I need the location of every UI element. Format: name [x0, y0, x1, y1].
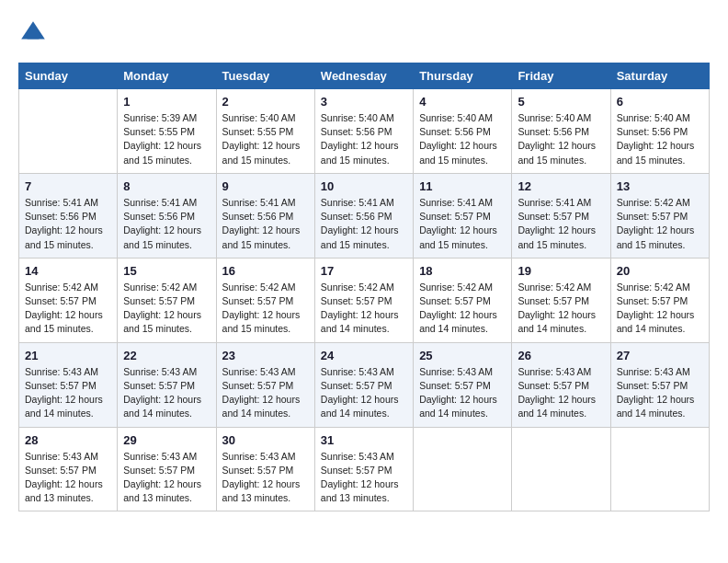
- cell-info: Sunrise: 5:43 AMSunset: 5:57 PMDaylight:…: [222, 365, 309, 421]
- day-number: 3: [321, 95, 407, 109]
- day-number: 12: [518, 179, 604, 193]
- svg-rect-1: [28, 33, 40, 39]
- cell-info: Sunrise: 5:42 AMSunset: 5:57 PMDaylight:…: [617, 281, 703, 337]
- header-day-wednesday: Wednesday: [314, 63, 413, 89]
- week-row-5: 28Sunrise: 5:43 AMSunset: 5:57 PMDayligh…: [19, 427, 710, 511]
- cell-info: Sunrise: 5:43 AMSunset: 5:57 PMDaylight:…: [25, 450, 111, 506]
- cell-info: Sunrise: 5:41 AMSunset: 5:57 PMDaylight:…: [518, 196, 604, 252]
- day-number: 8: [123, 179, 210, 193]
- calendar-cell: 24Sunrise: 5:43 AMSunset: 5:57 PMDayligh…: [314, 342, 413, 427]
- calendar-cell: 26Sunrise: 5:43 AMSunset: 5:57 PMDayligh…: [512, 342, 610, 427]
- day-number: 10: [321, 179, 407, 193]
- cell-info: Sunrise: 5:43 AMSunset: 5:57 PMDaylight:…: [123, 365, 210, 421]
- calendar-cell: 22Sunrise: 5:43 AMSunset: 5:57 PMDayligh…: [118, 342, 216, 427]
- calendar-cell: 16Sunrise: 5:42 AMSunset: 5:57 PMDayligh…: [216, 258, 314, 342]
- cell-info: Sunrise: 5:40 AMSunset: 5:56 PMDaylight:…: [518, 111, 604, 167]
- cell-info: Sunrise: 5:42 AMSunset: 5:57 PMDaylight:…: [419, 281, 506, 337]
- day-number: 17: [321, 264, 407, 278]
- cell-info: Sunrise: 5:42 AMSunset: 5:57 PMDaylight:…: [617, 196, 703, 252]
- logo-icon: [18, 18, 48, 48]
- cell-info: Sunrise: 5:41 AMSunset: 5:56 PMDaylight:…: [321, 196, 407, 252]
- day-number: 24: [321, 349, 407, 362]
- day-number: 16: [222, 264, 309, 278]
- calendar-cell: 9Sunrise: 5:41 AMSunset: 5:56 PMDaylight…: [216, 173, 314, 258]
- cell-info: Sunrise: 5:43 AMSunset: 5:57 PMDaylight:…: [321, 450, 407, 506]
- calendar-cell: 20Sunrise: 5:42 AMSunset: 5:57 PMDayligh…: [610, 258, 709, 342]
- week-row-2: 7Sunrise: 5:41 AMSunset: 5:56 PMDaylight…: [19, 173, 710, 258]
- day-number: 21: [25, 349, 111, 362]
- cell-info: Sunrise: 5:42 AMSunset: 5:57 PMDaylight:…: [518, 281, 604, 337]
- cell-info: Sunrise: 5:41 AMSunset: 5:56 PMDaylight:…: [222, 196, 309, 252]
- day-number: 19: [518, 264, 604, 278]
- day-number: 9: [222, 179, 309, 193]
- cell-info: Sunrise: 5:40 AMSunset: 5:55 PMDaylight:…: [222, 111, 309, 167]
- calendar-cell: 14Sunrise: 5:42 AMSunset: 5:57 PMDayligh…: [19, 258, 118, 342]
- day-number: 26: [518, 349, 604, 362]
- calendar-cell: 1Sunrise: 5:39 AMSunset: 5:55 PMDaylight…: [118, 89, 216, 174]
- day-number: 15: [123, 264, 210, 278]
- calendar-cell: 13Sunrise: 5:42 AMSunset: 5:57 PMDayligh…: [610, 173, 709, 258]
- calendar-cell: 19Sunrise: 5:42 AMSunset: 5:57 PMDayligh…: [512, 258, 610, 342]
- calendar-cell: 31Sunrise: 5:43 AMSunset: 5:57 PMDayligh…: [314, 427, 413, 511]
- calendar-cell: [512, 427, 610, 511]
- page-header: [18, 18, 710, 48]
- cell-info: Sunrise: 5:41 AMSunset: 5:57 PMDaylight:…: [419, 196, 506, 252]
- header-day-thursday: Thursday: [414, 63, 512, 89]
- day-number: 18: [419, 264, 506, 278]
- calendar-cell: 23Sunrise: 5:43 AMSunset: 5:57 PMDayligh…: [216, 342, 314, 427]
- calendar-cell: [414, 427, 512, 511]
- cell-info: Sunrise: 5:43 AMSunset: 5:57 PMDaylight:…: [518, 365, 604, 421]
- header-day-friday: Friday: [512, 63, 610, 89]
- header-day-saturday: Saturday: [610, 63, 709, 89]
- calendar-table: SundayMondayTuesdayWednesdayThursdayFrid…: [18, 63, 710, 511]
- cell-info: Sunrise: 5:42 AMSunset: 5:57 PMDaylight:…: [25, 281, 111, 337]
- cell-info: Sunrise: 5:43 AMSunset: 5:57 PMDaylight:…: [617, 365, 703, 421]
- day-number: 1: [123, 95, 210, 109]
- cell-info: Sunrise: 5:43 AMSunset: 5:57 PMDaylight:…: [321, 365, 407, 421]
- cell-info: Sunrise: 5:42 AMSunset: 5:57 PMDaylight:…: [321, 281, 407, 337]
- calendar-cell: 17Sunrise: 5:42 AMSunset: 5:57 PMDayligh…: [314, 258, 413, 342]
- calendar-cell: 27Sunrise: 5:43 AMSunset: 5:57 PMDayligh…: [610, 342, 709, 427]
- day-number: 28: [25, 433, 111, 447]
- day-number: 4: [419, 95, 506, 109]
- cell-info: Sunrise: 5:42 AMSunset: 5:57 PMDaylight:…: [222, 281, 309, 337]
- week-row-4: 21Sunrise: 5:43 AMSunset: 5:57 PMDayligh…: [19, 342, 710, 427]
- calendar-cell: 11Sunrise: 5:41 AMSunset: 5:57 PMDayligh…: [414, 173, 512, 258]
- week-row-3: 14Sunrise: 5:42 AMSunset: 5:57 PMDayligh…: [19, 258, 710, 342]
- calendar-cell: 18Sunrise: 5:42 AMSunset: 5:57 PMDayligh…: [414, 258, 512, 342]
- header-day-sunday: Sunday: [19, 63, 118, 89]
- header-day-monday: Monday: [118, 63, 216, 89]
- cell-info: Sunrise: 5:41 AMSunset: 5:56 PMDaylight:…: [123, 196, 210, 252]
- cell-info: Sunrise: 5:42 AMSunset: 5:57 PMDaylight:…: [123, 281, 210, 337]
- header-row: SundayMondayTuesdayWednesdayThursdayFrid…: [19, 63, 710, 89]
- calendar-cell: 6Sunrise: 5:40 AMSunset: 5:56 PMDaylight…: [610, 89, 709, 174]
- calendar-cell: [19, 89, 118, 174]
- day-number: 22: [123, 349, 210, 362]
- calendar-cell: 15Sunrise: 5:42 AMSunset: 5:57 PMDayligh…: [118, 258, 216, 342]
- calendar-cell: 30Sunrise: 5:43 AMSunset: 5:57 PMDayligh…: [216, 427, 314, 511]
- calendar-cell: 3Sunrise: 5:40 AMSunset: 5:56 PMDaylight…: [314, 89, 413, 174]
- calendar-cell: 12Sunrise: 5:41 AMSunset: 5:57 PMDayligh…: [512, 173, 610, 258]
- day-number: 5: [518, 95, 604, 109]
- day-number: 20: [617, 264, 703, 278]
- day-number: 23: [222, 349, 309, 362]
- day-number: 25: [419, 349, 506, 362]
- day-number: 2: [222, 95, 309, 109]
- calendar-cell: [610, 427, 709, 511]
- day-number: 7: [25, 179, 111, 193]
- day-number: 31: [321, 433, 407, 447]
- calendar-cell: 5Sunrise: 5:40 AMSunset: 5:56 PMDaylight…: [512, 89, 610, 174]
- calendar-cell: 2Sunrise: 5:40 AMSunset: 5:55 PMDaylight…: [216, 89, 314, 174]
- day-number: 13: [617, 179, 703, 193]
- day-number: 6: [617, 95, 703, 109]
- calendar-cell: 7Sunrise: 5:41 AMSunset: 5:56 PMDaylight…: [19, 173, 118, 258]
- day-number: 29: [123, 433, 210, 447]
- cell-info: Sunrise: 5:40 AMSunset: 5:56 PMDaylight:…: [617, 111, 703, 167]
- cell-info: Sunrise: 5:43 AMSunset: 5:57 PMDaylight:…: [222, 450, 309, 506]
- calendar-cell: 21Sunrise: 5:43 AMSunset: 5:57 PMDayligh…: [19, 342, 118, 427]
- calendar-cell: 28Sunrise: 5:43 AMSunset: 5:57 PMDayligh…: [19, 427, 118, 511]
- day-number: 11: [419, 179, 506, 193]
- header-day-tuesday: Tuesday: [216, 63, 314, 89]
- calendar-cell: 10Sunrise: 5:41 AMSunset: 5:56 PMDayligh…: [314, 173, 413, 258]
- calendar-cell: 4Sunrise: 5:40 AMSunset: 5:56 PMDaylight…: [414, 89, 512, 174]
